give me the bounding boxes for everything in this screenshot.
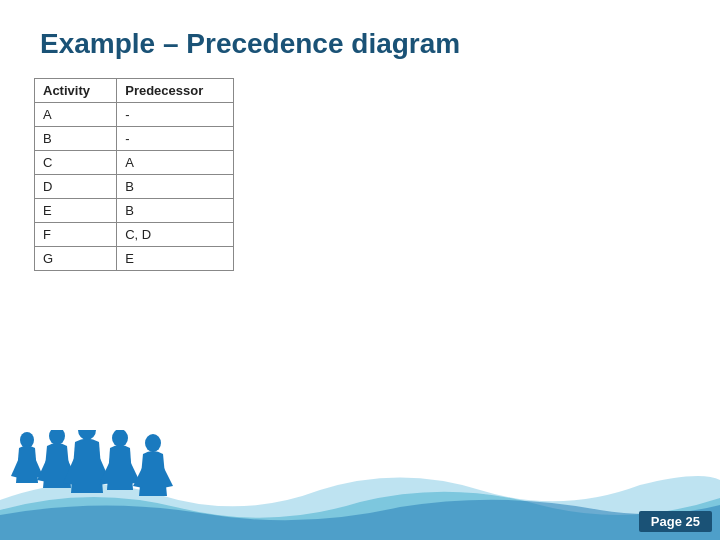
table-container: Activity Predecessor A-B-CADBEBFC, DGE [34, 78, 234, 271]
cell-activity: G [35, 247, 117, 271]
page-number: Page 25 [639, 511, 712, 532]
precedence-table: Activity Predecessor A-B-CADBEBFC, DGE [34, 78, 234, 271]
table-row: GE [35, 247, 234, 271]
table-row: DB [35, 175, 234, 199]
cell-activity: A [35, 103, 117, 127]
table-row: B- [35, 127, 234, 151]
cell-activity: F [35, 223, 117, 247]
svg-point-3 [112, 430, 128, 447]
col-header-predecessor: Predecessor [117, 79, 234, 103]
slide: Example – Precedence diagram Activity Pr… [0, 0, 720, 540]
slide-title: Example – Precedence diagram [0, 0, 720, 78]
cell-predecessor: - [117, 103, 234, 127]
table-row: EB [35, 199, 234, 223]
col-header-activity: Activity [35, 79, 117, 103]
cell-predecessor: B [117, 175, 234, 199]
cell-activity: B [35, 127, 117, 151]
cell-activity: C [35, 151, 117, 175]
table-row: A- [35, 103, 234, 127]
table-row: CA [35, 151, 234, 175]
people-silhouette [5, 430, 185, 508]
cell-predecessor: A [117, 151, 234, 175]
cell-predecessor: B [117, 199, 234, 223]
svg-point-1 [49, 430, 65, 445]
bottom-decoration [0, 430, 720, 540]
cell-predecessor: E [117, 247, 234, 271]
cell-predecessor: - [117, 127, 234, 151]
svg-point-4 [145, 434, 161, 452]
table-row: FC, D [35, 223, 234, 247]
cell-predecessor: C, D [117, 223, 234, 247]
cell-activity: E [35, 199, 117, 223]
cell-activity: D [35, 175, 117, 199]
